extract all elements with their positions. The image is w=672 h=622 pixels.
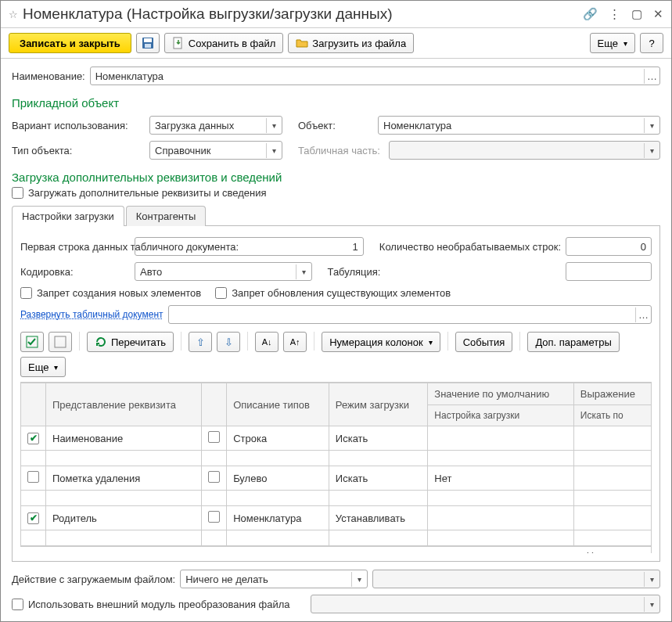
svg-rect-5 [55,336,66,347]
row-type: Булево [227,466,329,491]
chevron-down-icon[interactable]: ▾ [296,264,311,279]
name-input[interactable]: Номенклатура … [90,67,660,85]
help-button[interactable]: ? [640,33,663,53]
first-row-label: Первая строка данных табличного документ… [20,241,130,253]
refresh-icon [95,336,107,348]
col-representation[interactable]: Представление реквизита [46,383,202,426]
col-mode[interactable]: Режим загрузки [329,383,427,426]
load-from-file-button[interactable]: Загрузить из файла [288,33,414,53]
col-expression[interactable]: Выражение [573,383,651,405]
svg-rect-1 [144,38,152,42]
tab-load-settings[interactable]: Настройки загрузки [12,206,124,226]
extra-section-title: Загрузка дополнительных реквизитов и све… [12,171,660,184]
table-row[interactable]: РодительНоменклатураУстанавливать [21,506,652,530]
tabpart-label: Табличная часть: [298,145,384,156]
tab-contractors[interactable]: Контрагенты [126,206,207,226]
encoding-label: Кодировка: [20,266,130,278]
uncheck-all-button[interactable] [49,332,72,352]
attributes-grid[interactable]: Представление реквизита Описание типов Р… [20,383,652,546]
name-ellipsis-button[interactable]: … [644,69,659,84]
row-type: Номенклатура [227,506,329,530]
row-enabled-checkbox[interactable] [27,471,39,483]
extra-params-button[interactable]: Доп. параметры [527,332,619,352]
save-to-file-button[interactable]: Сохранить в файл [164,33,284,53]
move-up-button[interactable]: ⇧ [189,332,212,352]
link-icon[interactable]: 🔗 [583,7,598,21]
document-path-input[interactable]: … [168,305,652,324]
external-module-dropdown: ▾ [311,595,660,613]
col-default[interactable]: Значение по умолчанию [428,383,574,405]
use-external-module-checkbox[interactable] [12,599,23,610]
row-enabled-checkbox[interactable] [27,433,39,444]
row-mode: Устанавливать [329,506,427,530]
table-row-sub [21,530,652,546]
object-dropdown[interactable]: Номенклатура ▾ [378,116,660,135]
expand-document-link[interactable]: Развернуть табличный документ [20,309,164,320]
close-icon[interactable]: ✕ [653,7,663,21]
window-restore-icon[interactable]: ▢ [631,7,642,21]
row-default [428,426,574,451]
row-expr [573,426,651,451]
object-type-dropdown[interactable]: Справочник ▾ [149,141,282,160]
row-flag-checkbox[interactable] [208,471,220,483]
object-type-label: Тип объекта: [12,145,145,156]
column-numbering-button[interactable]: Нумерация колонок▾ [322,332,440,352]
load-extra-label: Загружать дополнительные реквизиты и све… [28,187,267,199]
folder-open-icon [296,37,308,49]
tabulation-input[interactable] [566,262,652,281]
row-flag-checkbox[interactable] [208,431,220,443]
file-action-dropdown[interactable]: Ничего не делать ▾ [180,570,368,588]
row-mode: Искать [329,466,427,491]
col-type[interactable]: Описание типов [227,383,329,426]
table-row-sub [21,451,652,466]
chevron-down-icon: ▾ [644,572,659,587]
row-name: Пометка удаления [46,466,202,491]
chevron-down-icon[interactable]: ▾ [266,118,282,133]
file-action-label: Действие с загружаемым файлом: [12,573,175,585]
unprocessed-input[interactable]: 0 [566,237,652,256]
use-external-module-label: Использовать внешний модуль преобразован… [28,599,290,610]
table-row-sub [21,491,652,506]
svg-rect-2 [145,44,151,48]
encoding-dropdown[interactable]: Авто ▾ [135,262,312,281]
row-flag-checkbox[interactable] [208,511,220,523]
more-button[interactable]: Еще▾ [590,33,635,53]
row-expr [573,506,651,530]
sort-asc-button[interactable]: A↓ [255,332,279,352]
chevron-down-icon[interactable]: ▾ [351,572,367,587]
chevron-down-icon[interactable]: ▾ [266,143,282,158]
unprocessed-label: Количество необрабатываемых строк: [379,241,561,253]
window-title: Номенклатура (Настройка выгрузки/загрузк… [23,5,583,23]
check-all-button[interactable] [20,332,44,352]
chevron-down-icon: ▾ [644,597,659,612]
col-setting[interactable]: Настройка загрузки [428,405,574,426]
reread-button[interactable]: Перечитать [87,332,174,352]
variant-label: Вариант использования: [12,120,145,131]
row-default [428,506,574,530]
row-type: Строка [227,426,329,451]
chevron-down-icon: ▾ [644,143,659,158]
events-button[interactable]: События [455,332,513,352]
save-button[interactable] [136,33,160,53]
load-extra-checkbox[interactable] [12,187,23,199]
save-and-close-button[interactable]: Записать и закрыть [9,33,131,53]
variant-dropdown[interactable]: Загрузка данных ▾ [149,116,282,135]
row-default: Нет [428,466,574,491]
grid-more-button[interactable]: Еще▾ [20,357,66,377]
row-enabled-checkbox[interactable] [27,512,39,524]
first-row-input[interactable]: 1 [135,237,364,256]
uncheck-all-icon [54,336,66,348]
table-row[interactable]: Пометка удаленияБулевоИскатьНет [21,466,652,491]
table-row[interactable]: НаименованиеСтрокаИскать [21,426,652,451]
move-down-button[interactable]: ⇩ [217,332,240,352]
document-path-ellipsis[interactable]: … [635,307,651,322]
kebab-menu-icon[interactable]: ⋮ [609,10,620,18]
forbid-update-checkbox[interactable] [215,287,227,299]
file-action-extra-dropdown: ▾ [372,570,660,588]
chevron-down-icon[interactable]: ▾ [644,118,659,133]
sort-desc-button[interactable]: A↑ [283,332,307,352]
favorite-star-icon[interactable]: ☆ [9,9,18,20]
col-search-by[interactable]: Искать по [573,405,651,426]
forbid-create-checkbox[interactable] [20,287,32,299]
grid-overflow-cell: Наименов… [20,546,652,553]
